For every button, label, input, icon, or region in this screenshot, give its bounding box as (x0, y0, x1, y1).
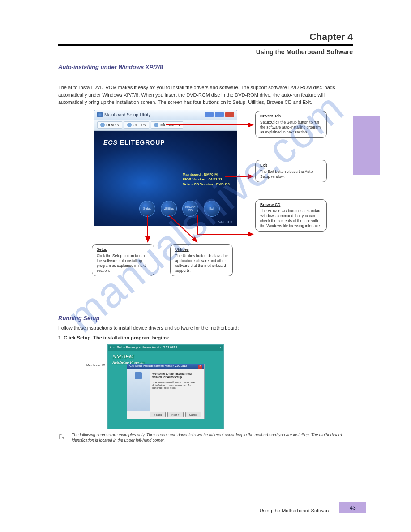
app-titlebar: Mainboard Setup Utility (94, 110, 237, 120)
app-title-text: Mainboard Setup Utility (104, 112, 150, 117)
intro-paragraph: The auto-install DVD-ROM makes it easy f… (58, 84, 353, 106)
close-button[interactable] (225, 112, 234, 117)
callout-body: The Exit button closes the Auto Setup wi… (260, 169, 313, 179)
callout-title: Exit (260, 163, 322, 168)
callout-body: The Browse CD button is a standard Windo… (260, 209, 321, 228)
section-heading-setup: Running Setup (58, 315, 353, 322)
chapter-title: Chapter 4 (58, 31, 353, 46)
running-setup-section: Running Setup Follow these instructions … (58, 315, 353, 443)
close-icon[interactable]: × (198, 365, 202, 369)
app-logo: ECS ELITEGROUP (103, 139, 165, 146)
tab-information-label: Information (160, 123, 180, 127)
info-icon (154, 123, 158, 127)
page-number: 43 (339, 502, 366, 513)
callout-body: Click the Setup button to run the softwa… (97, 253, 146, 273)
callout-exit: Exit The Exit button closes the Auto Set… (255, 160, 327, 182)
page-footer: Using the Motherboard Software 43 (58, 502, 366, 513)
info-drivercd: Driver CD Version : DVD 2.0 (183, 182, 230, 187)
callout-title: Browse CD (260, 202, 322, 207)
autosetup-titlebar: Auto Setup Package software Version 2.03… (108, 345, 223, 351)
tab-utilities[interactable]: Utilities (124, 121, 149, 129)
setup-button[interactable]: Setup (139, 201, 155, 217)
diagram-area: Mainboard Setup Utility Drivers Utilitie… (58, 110, 353, 307)
autosetup-screenshot: Auto Setup Package software Version 2.03… (107, 344, 224, 429)
wrench-icon (127, 123, 132, 127)
info-block: Mainboard : NM70-M BIOS Version : 04/03/… (183, 172, 230, 187)
exit-button[interactable]: Exit (204, 201, 220, 217)
autosetup-title-text: Auto Setup Package software Version 2.03… (110, 346, 177, 350)
callout-utilities: Utilities The Utilities button displays … (170, 244, 233, 276)
minimize-button[interactable] (205, 112, 214, 117)
page-content: Chapter 4 Using the Motherboard Software… (58, 31, 353, 505)
cd-icon (100, 123, 105, 127)
page-edge-tab (353, 116, 380, 175)
logo-name: ELITEGROUP (120, 139, 165, 146)
browse-cd-button[interactable]: Browse CD (182, 201, 198, 217)
callout-drivers-tab: Drivers Tab Setup:Click the Setup button… (255, 111, 327, 138)
cancel-button[interactable]: Cancel (185, 412, 201, 417)
hand-icon: ☞ (58, 432, 67, 442)
app-body: ECS ELITEGROUP Mainboard : NM70-M BIOS V… (94, 131, 237, 226)
installshield-text: The InstallShield® Wizard will install A… (152, 381, 201, 389)
callout-body: The Utilities button displays the applic… (175, 253, 228, 273)
logo-ecs: ECS (103, 139, 118, 146)
callout-setup: Setup Click the Setup button to run the … (92, 244, 154, 276)
callout-title: Drivers Tab (260, 114, 322, 119)
app-window: Mainboard Setup Utility Drivers Utilitie… (94, 110, 237, 226)
callout-title: Utilities (175, 247, 228, 252)
info-mainboard: Mainboard : NM70-M (183, 172, 230, 177)
section-heading-autoinstall: Auto-installing under Windows XP/7/8 (58, 64, 353, 70)
note-row: ☞ The following screens are examples onl… (58, 432, 353, 443)
app-toolbar: Drivers Utilities Information (94, 120, 237, 131)
autosetup-brand: NM70-M AutoSetup Program (112, 353, 144, 365)
installshield-titlebar: Auto Setup Package software Version 2.03… (127, 364, 204, 369)
callout-body: Setup:Click the Setup button to run the … (260, 120, 321, 134)
mainboard-id-label: Mainboard ID (86, 364, 105, 367)
box-icon (135, 372, 142, 379)
tab-information[interactable]: Information (151, 121, 183, 129)
window-controls[interactable] (205, 112, 234, 117)
tab-drivers[interactable]: Drivers (97, 121, 122, 129)
maximize-button[interactable] (215, 112, 224, 117)
callout-title: Setup (97, 247, 150, 252)
info-bios: BIOS Version : 04/03/13 (183, 177, 230, 182)
note-text: The following screens are examples only.… (72, 432, 353, 443)
close-icon[interactable]: × (220, 346, 222, 350)
installshield-dialog: Auto Setup Package software Version 2.03… (127, 364, 205, 419)
app-icon (97, 112, 103, 117)
round-buttons: Setup Utilities Browse CD Exit (139, 201, 220, 217)
next-button[interactable]: Next > (167, 412, 184, 417)
utilities-button[interactable]: Utilities (161, 201, 177, 217)
installshield-welcome: Welcome to the InstallShield Wizard for … (152, 372, 192, 378)
installshield-footer: < Back Next > Cancel (127, 411, 204, 419)
installshield-body: Welcome to the InstallShield Wizard for … (127, 369, 204, 411)
tab-utilities-label: Utilities (133, 123, 146, 127)
installshield-content: Welcome to the InstallShield Wizard for … (150, 369, 204, 411)
tab-drivers-label: Drivers (106, 123, 119, 127)
version-label: v4.3.203 (218, 220, 232, 224)
footer-label: Using the Motherboard Software (58, 508, 330, 513)
chapter-subtitle: Using the Motherboard Software (58, 48, 353, 56)
setup-p1: Follow these instructions to install dev… (58, 324, 353, 332)
brand-model: NM70-M (112, 353, 134, 360)
back-button[interactable]: < Back (150, 412, 166, 417)
installshield-sidebar (127, 369, 150, 411)
callout-browse-cd: Browse CD The Browse CD button is a stan… (255, 199, 327, 232)
installshield-title-text: Auto Setup Package software Version 2.03… (129, 365, 187, 369)
setup-step-1: 1. Click Setup. The installation program… (58, 334, 353, 342)
